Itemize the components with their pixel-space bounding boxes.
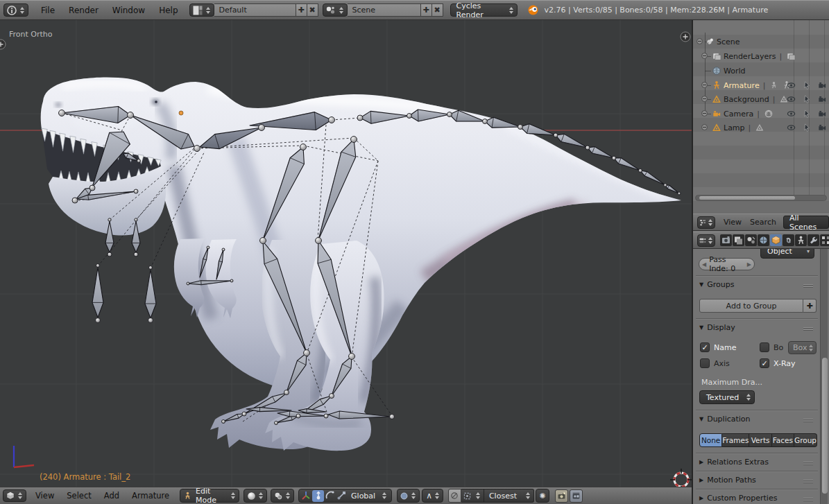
manipulator-rotate-icon[interactable]	[325, 490, 336, 501]
outliner-editor-type-button[interactable]	[697, 216, 715, 229]
custom-properties-header[interactable]: ▶Custom Properties	[693, 494, 820, 503]
properties-tab-physics[interactable]	[820, 234, 829, 246]
panel-drag-widget[interactable]	[803, 460, 813, 466]
manipulator-axes-icon[interactable]	[300, 490, 311, 501]
tri2-data-icon[interactable]	[755, 123, 764, 132]
checkbox-xray[interactable]: ✓X-Ray	[760, 358, 796, 368]
toggle-visibility-icon[interactable]	[787, 123, 796, 132]
menu-render[interactable]: Render	[62, 6, 105, 15]
editor-type-info-button[interactable]	[3, 3, 28, 17]
dup-option-verts[interactable]: Verts	[749, 433, 771, 447]
add-to-group-button[interactable]: Add to Group	[699, 299, 803, 313]
properties-editor-type-button[interactable]	[697, 234, 715, 247]
pass-index-slider[interactable]: ◀ Pass Inde: 0 ▶	[699, 258, 755, 270]
properties-tab-render[interactable]	[720, 234, 732, 246]
outliner-item-renderlayers[interactable]: RenderLayers|	[693, 49, 829, 63]
outliner-menu-search[interactable]: Search	[750, 218, 776, 227]
toggle-visibility-icon[interactable]	[787, 94, 796, 104]
expander-icon[interactable]	[701, 110, 708, 116]
outliner-item-world[interactable]: World	[693, 64, 829, 78]
relations-extras-header[interactable]: ▶Relations Extras	[693, 458, 820, 467]
expander-icon[interactable]	[701, 82, 708, 88]
scene-add-button[interactable]: ✚	[421, 3, 432, 17]
outliner-item-background[interactable]: Background|	[693, 92, 829, 106]
panel-drag-widget[interactable]	[803, 283, 813, 288]
checkbox-name[interactable]: ✓Name	[700, 342, 736, 352]
panel-drag-widget[interactable]	[803, 326, 813, 331]
dup-option-frames[interactable]: Frames	[722, 433, 749, 447]
menu-add[interactable]: Add	[98, 491, 126, 501]
outliner-item-lamp[interactable]: Lamp|	[693, 121, 829, 134]
properties-vscrollbar-thumb[interactable]	[822, 358, 828, 494]
screen-layout-close-button[interactable]: ✖	[307, 3, 318, 17]
toggle-renderability-icon[interactable]	[817, 94, 827, 104]
outliner-item-armature[interactable]: Armature|	[693, 78, 829, 92]
properties-tab-constraints[interactable]	[783, 234, 794, 246]
scene-name-field[interactable]: Scene	[348, 3, 421, 17]
outliner-hscrollbar[interactable]	[695, 195, 827, 201]
screen-layout-name-field[interactable]: Default	[214, 3, 296, 17]
checkbox-axis[interactable]: Axis	[700, 358, 730, 368]
motion-paths-header[interactable]: ▶Motion Paths	[693, 476, 820, 485]
scene-icon-button[interactable]	[323, 3, 348, 17]
cam2-data-icon[interactable]	[764, 109, 774, 119]
add-group-plus-button[interactable]: ✚	[803, 299, 817, 313]
expander-icon[interactable]	[701, 53, 708, 59]
properties-tab-render-layers[interactable]	[733, 234, 744, 246]
snap-mode-button[interactable]	[461, 489, 484, 503]
outliner-item-camera[interactable]: Camera|	[693, 107, 829, 121]
pivot-point-dropdown[interactable]	[271, 489, 294, 503]
outliner-display-mode-dropdown[interactable]: All Scenes	[783, 216, 829, 229]
toggle-renderability-icon[interactable]	[817, 80, 827, 90]
dup-option-group[interactable]: Group	[794, 433, 817, 447]
menu-select[interactable]: Select	[60, 491, 97, 501]
toggle-visibility-icon[interactable]	[787, 109, 796, 119]
mode-dropdown[interactable]: Edit Mode	[180, 489, 239, 503]
menu-view[interactable]: View	[29, 491, 60, 501]
menu-armature[interactable]: Armature	[126, 491, 176, 501]
menu-file[interactable]: File	[34, 6, 62, 15]
bounds-type-dropdown[interactable]: Box	[788, 341, 817, 354]
checkbox-bounds[interactable]: Bo	[760, 342, 783, 352]
panel-drag-widget[interactable]	[803, 417, 813, 423]
snap-peel-toggle[interactable]: ✺	[536, 489, 549, 503]
display-panel-header[interactable]: ▼Display	[693, 323, 820, 332]
scene-close-button[interactable]: ✖	[432, 3, 443, 17]
groups-panel-header[interactable]: ▼Groups	[693, 280, 820, 289]
manipulator-translate-toggle[interactable]	[312, 490, 324, 502]
toggle-renderability-icon[interactable]	[817, 123, 827, 132]
transform-orientation-dropdown[interactable]: Global	[347, 492, 379, 501]
manipulator-scale-icon[interactable]	[336, 490, 347, 501]
viewport-shading-dropdown[interactable]	[243, 489, 267, 503]
pose-data-icon[interactable]	[769, 80, 779, 90]
properties-vscrollbar[interactable]	[820, 249, 828, 504]
toggle-selectability-icon[interactable]	[802, 80, 812, 90]
outliner-hscrollbar-thumb[interactable]	[699, 196, 795, 200]
dup-option-none[interactable]: None	[699, 433, 722, 447]
render-engine-dropdown[interactable]: Cycles Render	[450, 3, 518, 17]
viewport-canvas[interactable]: Front Ortho(240) Armature : Tail_2	[0, 20, 692, 487]
toggle-selectability-icon[interactable]	[802, 109, 812, 119]
panel-drag-widget[interactable]	[803, 496, 813, 502]
outliner-menu-view[interactable]: View	[724, 218, 742, 227]
screen-layout-icon-button[interactable]	[189, 3, 214, 17]
outliner-item-scene[interactable]: Scene	[693, 35, 829, 49]
toggle-selectability-icon[interactable]	[802, 94, 812, 104]
expander-icon[interactable]	[701, 96, 708, 102]
toggle-visibility-icon[interactable]	[787, 80, 796, 90]
3d-viewport[interactable]: Front Ortho(240) Armature : Tail_2	[0, 20, 692, 487]
context-object-dropdown[interactable]: Object ▾	[760, 249, 814, 259]
outliner-editor[interactable]: SceneRenderLayers|WorldArmature|Backgrou…	[693, 20, 829, 214]
editor-type-3dview-button[interactable]	[3, 489, 26, 502]
rlayers-data-icon[interactable]	[786, 51, 796, 61]
properties-editor[interactable]: Object ▾ ◀ Pass Inde: 0 ▶ ▼Groups Add to…	[693, 249, 829, 504]
properties-tab-scene[interactable]	[745, 234, 757, 246]
toggle-selectability-icon[interactable]	[802, 123, 812, 132]
menu-help[interactable]: Help	[152, 6, 185, 15]
snap-increment-dropdown[interactable]: ∧	[422, 489, 443, 503]
menu-window[interactable]: Window	[105, 6, 152, 15]
snap-element-dropdown[interactable]	[397, 489, 420, 503]
properties-tab-world[interactable]	[758, 234, 769, 246]
render-still-button[interactable]	[555, 489, 568, 503]
properties-tab-data[interactable]	[795, 234, 807, 246]
